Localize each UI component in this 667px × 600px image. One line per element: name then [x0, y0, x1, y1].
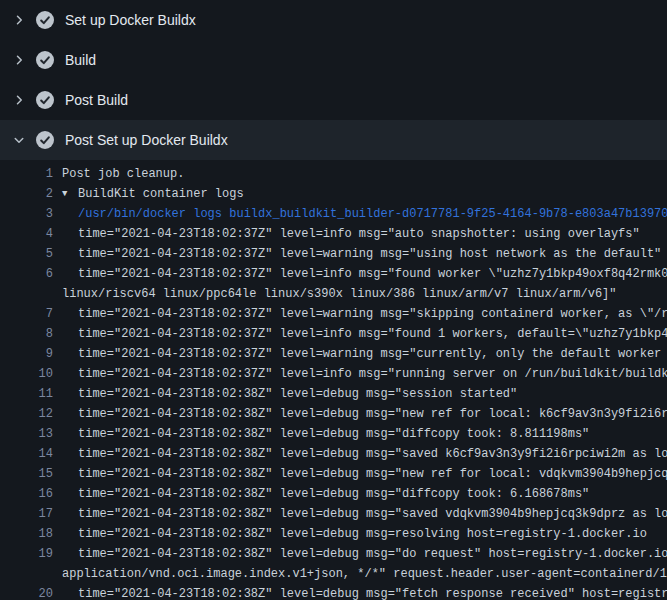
log-row: 16 time="2021-04-23T18:02:38Z" level=deb…: [0, 484, 667, 504]
log-line-text: time="2021-04-23T18:02:37Z" level=info m…: [78, 264, 667, 284]
log-line-number[interactable]: 16: [0, 484, 53, 504]
log-line-text: time="2021-04-23T18:02:38Z" level=debug …: [78, 544, 667, 564]
log-line-number[interactable]: 10: [0, 364, 53, 384]
log-row: application/vnd.oci.image.index.v1+json,…: [0, 564, 667, 584]
log-line-number[interactable]: 1: [0, 164, 53, 184]
log-line-text: time="2021-04-23T18:02:37Z" level=info m…: [78, 324, 667, 344]
log-line-number[interactable]: 9: [0, 344, 53, 364]
step-title: Set up Docker Buildx: [65, 0, 196, 40]
log-row: 8 time="2021-04-23T18:02:37Z" level=info…: [0, 324, 667, 344]
step-header-3[interactable]: Post Set up Docker Buildx: [0, 120, 667, 160]
log-row: 14 time="2021-04-23T18:02:38Z" level=deb…: [0, 444, 667, 464]
log-row: 3 /usr/bin/docker logs buildx_buildkit_b…: [0, 204, 667, 224]
log-line-text: Post job cleanup.: [62, 164, 184, 184]
step-header-0[interactable]: Set up Docker Buildx: [0, 0, 667, 40]
log-line-text: time="2021-04-23T18:02:38Z" level=debug …: [78, 404, 667, 424]
log-line-text: time="2021-04-23T18:02:38Z" level=debug …: [78, 504, 667, 524]
log-line-text: linux/riscv64 linux/ppc64le linux/s390x …: [62, 284, 617, 304]
log-group-title[interactable]: ▼BuildKit container logs: [62, 184, 244, 204]
log-line-number[interactable]: 3: [0, 204, 53, 224]
log-row: linux/riscv64 linux/ppc64le linux/s390x …: [0, 284, 667, 304]
log-row: 2 ▼BuildKit container logs: [0, 184, 667, 204]
log-row: 17 time="2021-04-23T18:02:38Z" level=deb…: [0, 504, 667, 524]
log-row: 4 time="2021-04-23T18:02:37Z" level=info…: [0, 224, 667, 244]
step-header-1[interactable]: Build: [0, 40, 667, 80]
log-area: 1 Post job cleanup. 2 ▼BuildKit containe…: [0, 160, 667, 600]
check-circle-icon: [36, 131, 54, 149]
log-line-text: time="2021-04-23T18:02:38Z" level=debug …: [78, 424, 589, 444]
log-row: 19 time="2021-04-23T18:02:38Z" level=deb…: [0, 544, 667, 564]
step-title: Post Set up Docker Buildx: [65, 120, 228, 160]
log-row: 1 Post job cleanup.: [0, 164, 667, 184]
step-title: Build: [65, 40, 96, 80]
check-circle-icon: [36, 51, 54, 69]
step-header-2[interactable]: Post Build: [0, 80, 667, 120]
log-row: 12 time="2021-04-23T18:02:38Z" level=deb…: [0, 404, 667, 424]
log-line-text: /usr/bin/docker logs buildx_buildkit_bui…: [78, 204, 667, 224]
log-line-text: time="2021-04-23T18:02:37Z" level=info m…: [78, 364, 667, 384]
log-line-number[interactable]: 8: [0, 324, 53, 344]
log-row: 9 time="2021-04-23T18:02:37Z" level=warn…: [0, 344, 667, 364]
log-line-text: time="2021-04-23T18:02:38Z" level=debug …: [78, 444, 667, 464]
log-line-text: application/vnd.oci.image.index.v1+json,…: [62, 564, 667, 584]
log-line-number[interactable]: 12: [0, 404, 53, 424]
log-row: 13 time="2021-04-23T18:02:38Z" level=deb…: [0, 424, 667, 444]
log-line-number[interactable]: 13: [0, 424, 53, 444]
chevron-down-icon: [12, 133, 26, 147]
check-circle-icon: [36, 91, 54, 109]
step-title: Post Build: [65, 80, 128, 120]
log-line-number[interactable]: 19: [0, 544, 53, 564]
log-line-number[interactable]: 4: [0, 224, 53, 244]
log-row: 5 time="2021-04-23T18:02:37Z" level=warn…: [0, 244, 667, 264]
log-line-number[interactable]: 18: [0, 524, 53, 544]
log-line-number[interactable]: 6: [0, 264, 53, 284]
log-line-text: time="2021-04-23T18:02:38Z" level=debug …: [78, 584, 667, 600]
log-line-number[interactable]: 14: [0, 444, 53, 464]
group-expander-triangle-icon[interactable]: ▼: [62, 184, 78, 204]
log-line-text: time="2021-04-23T18:02:38Z" level=debug …: [78, 464, 667, 484]
log-line-text: time="2021-04-23T18:02:38Z" level=debug …: [78, 524, 647, 544]
chevron-right-icon: [12, 93, 26, 107]
log-row: 20 time="2021-04-23T18:02:38Z" level=deb…: [0, 584, 667, 600]
chevron-right-icon: [12, 13, 26, 27]
log-row: 7 time="2021-04-23T18:02:37Z" level=warn…: [0, 304, 667, 324]
log-line-number[interactable]: 2: [0, 184, 53, 204]
log-row: 10 time="2021-04-23T18:02:37Z" level=inf…: [0, 364, 667, 384]
chevron-right-icon: [12, 53, 26, 67]
log-row: 6 time="2021-04-23T18:02:37Z" level=info…: [0, 264, 667, 284]
log-row: 11 time="2021-04-23T18:02:38Z" level=deb…: [0, 384, 667, 404]
log-row: 15 time="2021-04-23T18:02:38Z" level=deb…: [0, 464, 667, 484]
log-line-text: time="2021-04-23T18:02:38Z" level=debug …: [78, 384, 517, 404]
log-line-number[interactable]: 20: [0, 584, 53, 600]
log-line-number[interactable]: 17: [0, 504, 53, 524]
log-line-text: time="2021-04-23T18:02:38Z" level=debug …: [78, 484, 589, 504]
log-line-text: time="2021-04-23T18:02:37Z" level=warnin…: [78, 244, 661, 264]
log-line-text: time="2021-04-23T18:02:37Z" level=warnin…: [78, 344, 667, 364]
log-line-number[interactable]: 15: [0, 464, 53, 484]
log-line-text: time="2021-04-23T18:02:37Z" level=info m…: [78, 224, 640, 244]
steps-list: Set up Docker Buildx Build Post Build: [0, 0, 667, 160]
log-line-number[interactable]: 5: [0, 244, 53, 264]
log-row: 18 time="2021-04-23T18:02:38Z" level=deb…: [0, 524, 667, 544]
log-line-number[interactable]: 7: [0, 304, 53, 324]
log-line-text: time="2021-04-23T18:02:37Z" level=warnin…: [78, 304, 667, 324]
log-line-number[interactable]: 11: [0, 384, 53, 404]
actions-log-viewer: Set up Docker Buildx Build Post Build: [0, 0, 667, 600]
check-circle-icon: [36, 11, 54, 29]
